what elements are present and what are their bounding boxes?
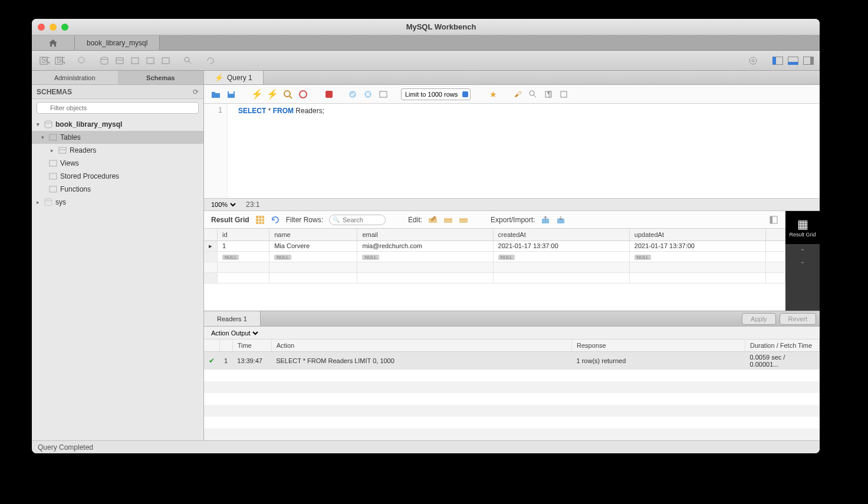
add-table-icon[interactable] <box>113 54 126 67</box>
toggle-bottom-panel-icon[interactable] <box>788 57 798 65</box>
grid-icon: ▦ <box>785 217 820 231</box>
revert-button[interactable]: Revert <box>780 313 816 325</box>
explain-icon[interactable] <box>282 88 294 100</box>
col-id[interactable]: id <box>218 229 269 241</box>
data-row[interactable]: ▸ 1 Mia Corvere mia@redchurch.com 2021-0… <box>204 241 785 251</box>
result-grid-label: Result Grid <box>211 216 249 224</box>
tree-db[interactable]: ▾ book_library_mysql <box>32 118 203 131</box>
query-tab[interactable]: ⚡ Query 1 <box>204 71 264 84</box>
toggle-autocommit-icon[interactable] <box>323 88 335 100</box>
invisible-chars-icon[interactable]: ¶ <box>542 88 554 100</box>
delete-row-icon[interactable] <box>459 215 468 225</box>
result-sidebar: ▦ Result Grid ⌃ ⌄ <box>785 211 820 311</box>
new-sql-tab-icon[interactable]: SQL <box>38 54 51 67</box>
chevron-down-icon: ⌄ <box>800 257 805 265</box>
tree-stored-procedures[interactable]: ▸ Stored Procedures <box>32 170 203 183</box>
sql-editor[interactable]: 1 SELECT * FROM Readers; <box>204 104 820 198</box>
col-createdat[interactable]: createdAt <box>493 229 629 241</box>
apply-button[interactable]: Apply <box>742 313 776 325</box>
svg-rect-46 <box>459 218 468 223</box>
svg-text:SQL: SQL <box>57 56 65 64</box>
connection-tab[interactable]: book_library_mysql <box>75 35 160 50</box>
result-grid[interactable]: id name email createdAt updatedAt ▸ 1 <box>204 229 785 311</box>
grid-view-icon[interactable] <box>255 215 265 225</box>
save-file-icon[interactable] <box>225 88 237 100</box>
stop-icon[interactable] <box>297 88 309 100</box>
result-toolbar: Result Grid Filter Rows: 🔍 Edit: <box>204 211 785 229</box>
inspector-icon[interactable] <box>75 54 88 67</box>
null-row[interactable]: NULL NULL NULL NULL NULL <box>204 251 785 262</box>
add-row-icon[interactable] <box>443 215 453 225</box>
minimize-window-button[interactable] <box>50 24 57 31</box>
reconnect-icon[interactable] <box>204 54 217 67</box>
result-grid-view-button[interactable]: ▦ Result Grid <box>785 211 820 244</box>
row-limit-select[interactable]: Limit to 1000 rows <box>401 88 471 100</box>
refresh-schemas-icon[interactable]: ⟳ <box>193 88 199 96</box>
svg-rect-33 <box>380 91 387 97</box>
svg-point-27 <box>300 91 307 98</box>
brush-icon[interactable]: 🖌 <box>512 88 524 100</box>
toggle-left-panel-icon[interactable] <box>772 57 783 65</box>
result-nav-arrows[interactable]: ⌃ ⌄ <box>800 248 805 265</box>
open-sql-icon[interactable]: SQL <box>53 54 66 67</box>
svg-point-14 <box>752 60 754 62</box>
commit-icon[interactable] <box>347 88 359 100</box>
tree-table-readers[interactable]: ▸ Readers <box>32 144 203 157</box>
home-tab[interactable] <box>32 35 75 50</box>
result-area: Result Grid Filter Rows: 🔍 Edit: <box>204 211 820 326</box>
output-table[interactable]: Time Action Response Duration / Fetch Ti… <box>204 340 820 440</box>
toggle-limit-icon[interactable] <box>377 88 389 100</box>
svg-rect-50 <box>770 216 772 223</box>
sql-code[interactable]: SELECT * FROM Readers; <box>228 104 820 198</box>
tree-sys[interactable]: ▸ sys <box>32 196 203 209</box>
tree-functions[interactable]: ▸ Functions <box>32 183 203 196</box>
administration-tab[interactable]: Administration <box>32 71 118 84</box>
col-email[interactable]: email <box>357 229 493 241</box>
zoom-window-button[interactable] <box>61 24 68 31</box>
close-window-button[interactable] <box>38 24 45 31</box>
col-updatedat[interactable]: updatedAt <box>629 229 765 241</box>
find-icon[interactable] <box>527 88 539 100</box>
zoom-select[interactable]: 100% <box>209 200 238 209</box>
filter-objects-input[interactable] <box>37 102 199 114</box>
result-tab-readers[interactable]: Readers 1 <box>204 311 261 326</box>
wrap-cell-icon[interactable] <box>769 215 778 225</box>
settings-icon[interactable] <box>747 54 760 67</box>
svg-line-26 <box>290 96 292 98</box>
success-icon: ✔ <box>209 357 215 365</box>
traffic-lights <box>38 24 68 31</box>
output-row[interactable]: ✔ 1 13:39:47 SELECT * FROM Readers LIMIT… <box>204 351 820 370</box>
app-window: MySQL Workbench book_library_mysql SQL S… <box>32 19 820 453</box>
svg-point-11 <box>185 57 189 62</box>
wrap-icon[interactable] <box>558 88 570 100</box>
beautify-icon[interactable]: ★ <box>487 88 499 100</box>
svg-rect-10 <box>162 58 169 64</box>
add-func-icon[interactable] <box>159 54 172 67</box>
window-title: MySQL Workbench <box>68 22 814 31</box>
add-view-icon[interactable] <box>129 54 142 67</box>
col-name[interactable]: name <box>269 229 357 241</box>
search-table-icon[interactable] <box>182 54 195 67</box>
execute-icon[interactable]: ⚡ <box>251 88 263 100</box>
main-area: ⚡ Query 1 ⚡ ⚡ <box>204 71 820 440</box>
execute-current-icon[interactable]: ⚡ <box>267 88 278 100</box>
chevron-up-icon: ⌃ <box>800 248 805 256</box>
toggle-right-panel-icon[interactable] <box>803 57 814 65</box>
add-proc-icon[interactable] <box>144 54 157 67</box>
tree-views[interactable]: ▸ Views <box>32 157 203 170</box>
edit-label: Edit: <box>408 216 422 224</box>
svg-rect-28 <box>326 91 333 98</box>
svg-rect-45 <box>444 218 452 223</box>
import-icon[interactable] <box>556 215 565 225</box>
open-file-icon[interactable] <box>210 88 222 100</box>
rollback-icon[interactable] <box>362 88 374 100</box>
result-tabs: Readers 1 Apply Revert <box>204 311 820 326</box>
tree-tables[interactable]: ▾ Tables <box>32 131 203 144</box>
refresh-result-icon[interactable] <box>271 215 280 225</box>
svg-text:SQL: SQL <box>41 56 50 64</box>
export-icon[interactable] <box>541 215 550 225</box>
add-schema-icon[interactable] <box>98 54 111 67</box>
edit-row-icon[interactable] <box>428 215 438 225</box>
output-type-select[interactable]: Action Output <box>209 329 260 337</box>
schemas-tab[interactable]: Schemas <box>118 71 204 84</box>
